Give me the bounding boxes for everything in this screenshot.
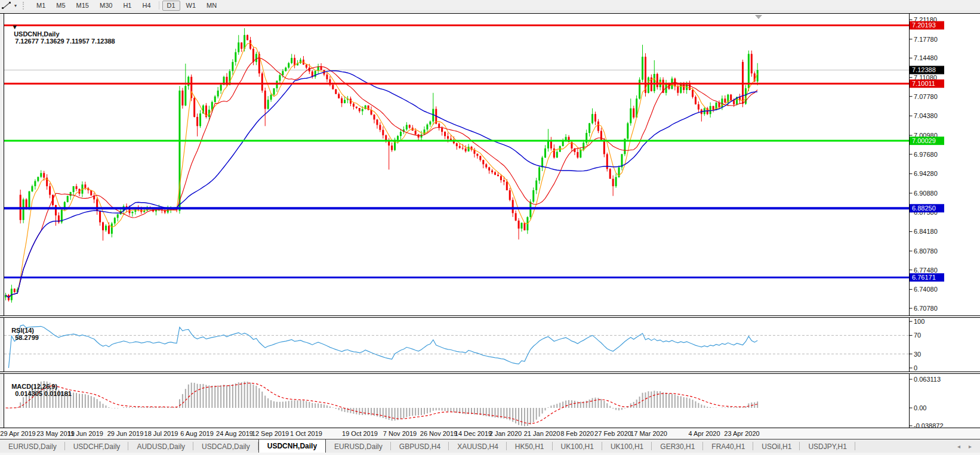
date-tick-label: 1 Oct 2019 [290,430,322,437]
date-tick-label: 23 Apr 2020 [724,430,759,437]
tf-button-M1[interactable]: M1 [32,1,50,11]
chart-tab-FRA40-H1[interactable]: FRA40,H1 [703,439,753,453]
rsi-label: RSI(14) [11,327,34,334]
drawing-tool-icon[interactable]: ▾ [1,1,17,10]
svg-text:7.07780: 7.07780 [914,93,938,100]
tf-button-M30[interactable]: M30 [95,1,117,11]
macd-panel-canvas[interactable]: 0.0631130.00-0.038872 [0,373,980,428]
chart-tab-USDJPY-H1[interactable]: USDJPY,H1 [800,439,855,453]
chart-tab-UK100-H1[interactable]: UK100,H1 [553,439,602,453]
svg-text:6.90880: 6.90880 [914,190,938,197]
chart-tab-AUDUSD-Daily[interactable]: AUDUSD,Daily [128,439,193,453]
chart-tab-HK50-H1[interactable]: HK50,H1 [507,439,553,453]
chart-tab-USDCNH-Daily[interactable]: USDCNH,Daily [258,439,326,453]
tf-button-H4[interactable]: H4 [137,1,155,11]
tabs: EURUSD,DailyUSDCHF,DailyAUDUSD,DailyUSDC… [0,439,855,453]
rsi-panel-canvas[interactable]: 10070300 [0,317,980,372]
chart-tab-USDCAD-Daily[interactable]: USDCAD,Daily [193,439,258,453]
toolbar-grip[interactable] [23,2,26,10]
svg-text:6.74080: 6.74080 [914,286,938,293]
trendline-icon [1,1,13,10]
ohlc-values: 7.12677 7.13629 7.11957 7.12388 [15,38,115,45]
date-tick-label: 29 Jun 2019 [107,430,144,437]
tab-scroll-left-icon[interactable]: ◂ [957,443,960,450]
svg-text:7.04380: 7.04380 [914,112,938,119]
chart-tab-USDCHF-Daily[interactable]: USDCHF,Daily [65,439,129,453]
date-tick-label: 26 Nov 2019 [420,430,457,437]
date-tick-label: 14 Dec 2019 [455,430,492,437]
chart-tab-GER30-H1[interactable]: GER30,H1 [652,439,703,453]
chart-title: ▼ USDCNH,Daily 7.12677 7.13629 7.11957 7… [8,16,115,45]
svg-text:6.77480: 6.77480 [914,267,938,274]
chevron-down-icon: ▾ [14,3,17,8]
symbol-label: USDCNH,Daily [14,30,59,38]
svg-text:70: 70 [914,332,921,339]
main-chart-canvas[interactable]: 7.211807.177807.144807.110807.077807.043… [0,13,980,316]
svg-text:100: 100 [914,318,924,325]
tf-button-MN[interactable]: MN [202,1,221,11]
symbol-dropdown-icon[interactable]: ▼ [11,23,18,30]
chart-tab-GBPUSD-H4[interactable]: GBPUSD,H4 [391,439,449,453]
date-tick-label: 19 Oct 2019 [342,430,378,437]
time-axis[interactable]: 29 Apr 201923 May 201911 Jun 201929 Jun … [0,428,980,439]
date-tick-label: 8 Feb 2020 [560,430,594,437]
macd-values: 0.014305 0.010181 [15,390,72,397]
chart-tab-UK100-H1[interactable]: UK100,H1 [602,439,652,453]
tf-button-M15[interactable]: M15 [72,1,94,11]
svg-text:7.20193: 7.20193 [912,21,936,29]
svg-text:-0.038872: -0.038872 [914,422,944,428]
chart-tab-XAUUSD-H4[interactable]: XAUUSD,H4 [449,439,507,453]
date-tick-label: 4 Apr 2020 [688,430,720,437]
svg-text:7.10011: 7.10011 [912,80,935,87]
svg-text:6.84180: 6.84180 [914,228,938,235]
date-tick-label: 11 Jun 2019 [67,430,103,437]
chart-tab-USOil-H1[interactable]: USOil,H1 [753,439,800,453]
mt4-window: { "toolbar": { "timeframes": ["M1","M5",… [0,0,980,455]
svg-text:7.17780: 7.17780 [914,36,938,43]
status-strip [0,453,980,455]
svg-text:0.063113: 0.063113 [914,376,941,383]
date-tick-label: 21 Jan 2020 [524,430,560,437]
chart-tab-EURUSD-Daily[interactable]: EURUSD,Daily [0,439,65,453]
tf-button-W1[interactable]: W1 [181,1,201,11]
date-tick-label: 7 Nov 2019 [383,430,417,437]
timeframe-buttons: M1M5M15M30H1H4D1W1MN [31,1,222,11]
macd-header: MACD(12,26,9) 0.014305 0.010181 [8,376,72,397]
svg-text:30: 30 [914,351,921,358]
svg-text:6.80780: 6.80780 [914,247,938,255]
tf-button-H1[interactable]: H1 [118,1,136,11]
macd-label: MACD(12,26,9) [11,383,57,390]
date-tick-label: 18 Jul 2019 [144,430,178,437]
svg-text:6.94280: 6.94280 [914,170,938,177]
date-tick-label: 27 Feb 2020 [594,430,631,437]
tab-scroll-controls: ◂ ▸ [957,439,980,453]
date-tick-label: 2 Jan 2020 [489,430,522,437]
toolbar-separator [159,1,159,10]
date-tick-label: 12 Sep 2019 [252,430,289,437]
svg-text:6.76171: 6.76171 [912,274,936,281]
svg-text:6.88250: 6.88250 [912,205,936,212]
tf-button-M5[interactable]: M5 [51,1,70,11]
svg-text:6.70780: 6.70780 [914,305,938,312]
svg-text:0.00: 0.00 [914,404,926,411]
svg-text:7.12388: 7.12388 [912,66,936,73]
tab-scroll-right-icon[interactable]: ▸ [969,443,972,450]
toolbar: ▾ M1M5M15M30H1H4D1W1MN [0,0,980,11]
date-tick-label: 6 Aug 2019 [180,430,214,437]
svg-text:7.00029: 7.00029 [912,137,936,144]
svg-text:6.97680: 6.97680 [914,151,938,158]
rsi-value: 58.2799 [15,334,39,341]
tf-button-D1[interactable]: D1 [162,1,180,11]
chart-tab-bar: EURUSD,DailyUSDCHF,DailyAUDUSD,DailyUSDC… [0,439,980,453]
chart-tab-EURUSD-Daily[interactable]: EURUSD,Daily [326,439,391,453]
svg-text:0: 0 [914,364,917,372]
date-tick-label: 29 Apr 2019 [0,430,35,437]
date-tick-label: 17 Mar 2020 [630,430,667,437]
rsi-header: RSI(14) 58.2799 [8,320,39,341]
svg-text:7.14480: 7.14480 [914,54,938,61]
date-tick-label: 24 Aug 2019 [216,430,253,437]
